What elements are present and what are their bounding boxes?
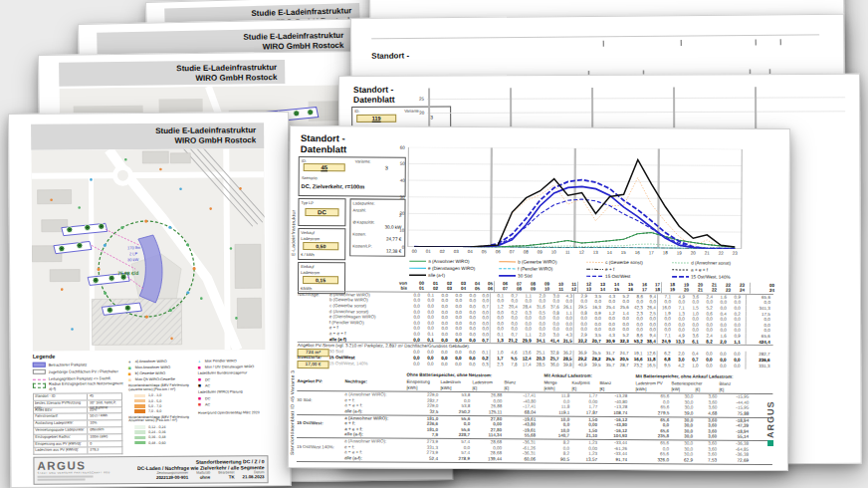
kosten-label: Kosten:	[352, 231, 366, 236]
hour-value: 1,3	[491, 338, 505, 344]
map-annotation-line-2: 2 LP	[129, 251, 138, 256]
id-value-field[interactable]: 119	[356, 115, 396, 122]
background-note: Hintergrund OpenStreetMap März 2023	[198, 411, 266, 415]
legend-label: e (Dienstwagen WIRO)	[428, 266, 475, 271]
left-header: Nachfrage:	[344, 378, 406, 390]
legend-label: e + f	[605, 267, 614, 272]
legend-marker-row: ■Max Qh WIRO-Gewerbe	[128, 376, 194, 382]
report-subtitle: WIRO GmbH Rostock	[176, 73, 277, 84]
hour-value: 0,1	[421, 337, 435, 343]
hour-header: 22	[704, 288, 718, 293]
legend-markers-col: +a) Anwohner WIRO■Max Anwohner WIRO■b) G…	[128, 359, 195, 446]
ladepunkte-label: Ladepunkte:	[353, 200, 375, 205]
report-subtitle: WIRO GmbH Rostock	[155, 135, 256, 145]
legend-line-sample	[586, 267, 603, 272]
x-tick-label: 03	[449, 249, 463, 254]
row-label: alle (a-f)	[329, 337, 407, 343]
x-tick-label: 21	[700, 251, 714, 256]
datasheet-heading: Standort -Datenblatt	[353, 85, 395, 105]
summary-value: 60,06	[504, 456, 538, 462]
kosten-value: 24,77 €	[386, 237, 401, 242]
hour-value: 0,0	[449, 338, 463, 344]
report-header-band: Studie E-Ladeinfrastruktur WIRO GmbH Ros…	[31, 122, 264, 150]
summary-value: 4,68	[695, 410, 719, 416]
hour-value: 35,7	[602, 363, 616, 368]
range-swatch-row: 0,48 - 0,60	[128, 440, 194, 446]
legend-marker-row: ■Max / Uhr Dienstwagen WIRO	[198, 364, 266, 369]
hour-value: 34,1	[533, 338, 546, 344]
parameter-row: Ladestrom aus PV [kWh/d]:279,3	[33, 448, 122, 455]
summary-value: 90,5	[543, 457, 571, 463]
pv-invest-field[interactable]: 17,00 €	[298, 361, 329, 368]
hour-header: 03	[439, 286, 453, 291]
hour-value: 0,0	[407, 362, 421, 367]
site-map: 170 lfm 2 LP 30 kW 75,88 €/d	[31, 148, 265, 352]
hour-header: 12	[564, 287, 578, 292]
legend-label: a (Anwohner WIRO)	[428, 259, 469, 264]
group-header: Mit Batteriespeicher, ohne Ankauf Ladest…	[635, 373, 733, 379]
col-header: Ladestrom PV[kWh]	[635, 380, 671, 392]
hour-header: 18	[648, 288, 662, 293]
summary-value: 3,60	[695, 434, 719, 440]
id-label: ID:	[354, 109, 359, 114]
hour-value: 29,9	[519, 338, 533, 344]
x-tick-label: 18	[658, 250, 672, 255]
hour-value: 23,2	[630, 363, 644, 368]
hour-value: 0,0	[421, 362, 435, 367]
legend-item: 15 Ost/West, 140%	[672, 273, 731, 280]
demand-pv-line-chart	[407, 147, 743, 249]
summary-value: 228,7	[440, 432, 472, 438]
hour-value: 30,9	[602, 338, 616, 344]
legend-label: 15 Ost/West, 140%	[691, 274, 731, 279]
footer-columns: Zeichnungsnummer2022139-00-901Maßstabohn…	[156, 470, 265, 480]
col-header: Einspeisung[kWh]	[406, 379, 440, 391]
row-label: alle (a-f):	[344, 432, 406, 438]
hour-value: 33,2	[574, 338, 588, 344]
summary-value: 68,04	[504, 409, 538, 415]
footer-field: Datum21.08.2023	[243, 470, 265, 479]
col-header: Bilanz[€]	[599, 380, 629, 392]
x-tick-label: 02	[435, 249, 449, 254]
datasheet-heading: Standort -Datenblatt	[301, 132, 347, 154]
hour-value: 0,7	[477, 338, 491, 344]
variante-value: 3	[385, 165, 388, 171]
id-variante-szenario-box: ID: 45 Variante: 3 Szenario: DC, Zielver…	[299, 156, 406, 197]
total-header: 24	[750, 288, 774, 294]
hour-value: 53,2	[630, 339, 644, 345]
id-value-field[interactable]: 45	[304, 163, 345, 171]
range-swatch	[134, 430, 145, 434]
y-tick-label: 50	[392, 161, 405, 166]
summary-value: 62,9	[671, 457, 695, 463]
hour-header: 02	[425, 286, 439, 291]
row-label: alle (a-f):	[344, 408, 406, 414]
col-header: Batteriespeicher[kW]	[671, 380, 695, 392]
typ-lp-value-field[interactable]: DC	[305, 208, 338, 216]
report-title: Studie E-Ladeinfrastruktur	[155, 125, 256, 135]
report-subtitle: WIRO GmbH Rostock	[243, 40, 343, 51]
summary-value: 32,5	[406, 409, 440, 415]
kosten-lp-label: Kosten/LP:	[352, 243, 372, 248]
hour-value: 28,5	[533, 363, 546, 368]
verkauf-box: Verkauf Ladestrom 0,50 € / kWh	[298, 228, 345, 260]
footer-field: BearbeitetTK	[218, 470, 234, 479]
bnetza-caption: Ladesäulen Bundesnetzagentur	[198, 371, 266, 375]
x-tick-label: 23	[728, 251, 742, 256]
group-header: Mit Ankauf Ladestrom:	[543, 373, 592, 378]
hour-value: 39,5	[588, 363, 602, 368]
summary-value: 119,1	[543, 409, 571, 415]
col-header: [€]	[695, 380, 719, 392]
argus-logo: ARGUS STADT UND VERKEHR PARTNERSCHAFT mb…	[37, 459, 109, 480]
verkauf-value-field[interactable]: 0,50	[303, 242, 338, 250]
y-tick-label: 40	[392, 177, 405, 182]
report-header-band: Studie E-Ladeinfrastruktur WIRO GmbH Ros…	[59, 60, 285, 87]
summary-value: 30,0	[671, 434, 695, 440]
cross-black-icon: +	[128, 360, 135, 365]
hour-value: 0,0	[700, 364, 714, 369]
range-swatch	[134, 441, 145, 445]
legend-symbol-row: Radius Einzugsgebiet nach Nutzersegment …	[33, 381, 124, 389]
hour-header: 24	[732, 288, 746, 293]
hour-header: 09	[523, 287, 537, 292]
typ-lp-box: Typ LP DC	[298, 198, 345, 226]
legend-item: alle (a-f)	[409, 272, 475, 279]
summary-value: 21,10	[571, 433, 599, 439]
